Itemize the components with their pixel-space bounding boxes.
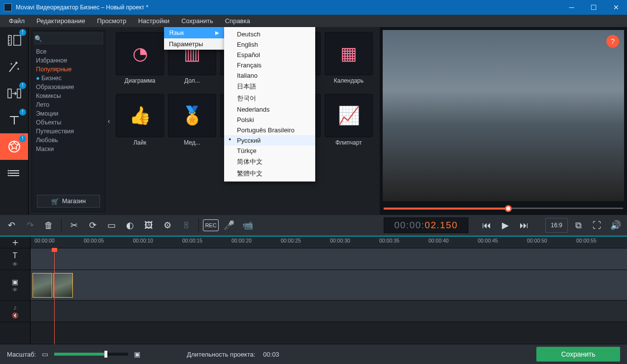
zoom-slider[interactable] (54, 353, 128, 356)
popout-button[interactable]: ⧉ (570, 217, 587, 234)
menu-settings[interactable]: Настройки (132, 16, 175, 26)
language-option[interactable]: Français (224, 60, 315, 70)
language-option[interactable]: Português Brasileiro (224, 125, 315, 135)
empty-lane[interactable] (31, 322, 627, 344)
category-item[interactable]: Эмоции (32, 109, 105, 118)
maximize-button[interactable]: ☐ (583, 0, 605, 15)
menu-view[interactable]: Просмотр (91, 16, 132, 26)
category-item[interactable]: Любовь (32, 136, 105, 145)
category-item[interactable]: Популярные (32, 65, 105, 74)
language-option[interactable]: Italiano (224, 70, 315, 81)
tool-stickers[interactable]: ! (0, 133, 28, 160)
camera-button[interactable]: 📹 (239, 217, 256, 234)
cut-button[interactable]: ✂ (66, 217, 82, 234)
color-button[interactable]: ◐ (122, 217, 138, 234)
redo-button[interactable]: ↷ (22, 217, 38, 234)
tool-transitions[interactable]: ! (0, 80, 28, 107)
language-option[interactable]: Polski (224, 115, 315, 125)
category-item[interactable]: Все (32, 47, 105, 56)
audio-track-lane[interactable] (31, 301, 627, 322)
eye-icon[interactable]: 👁 (12, 287, 18, 293)
minimize-button[interactable]: ─ (561, 0, 583, 15)
ruler[interactable]: 00:00:0000:00:0500:00:1000:00:1500:00:20… (31, 237, 627, 248)
clip[interactable] (53, 273, 73, 298)
category-item[interactable]: Избранное (32, 56, 105, 65)
ruler-tick: 00:00:45 (478, 238, 498, 243)
gallery-tile[interactable]: 🏅Мед... (167, 94, 217, 153)
dropdown-item-language[interactable]: Язык ▶ (164, 27, 224, 38)
rotate-button[interactable]: ⟳ (84, 217, 101, 234)
window-title: Movavi Видеоредактор Бизнес – Новый прое… (16, 4, 561, 11)
save-button[interactable]: Сохранить (536, 347, 620, 362)
crop-button[interactable]: ▭ (103, 217, 120, 234)
dropdown-item-parameters[interactable]: Параметры (164, 38, 224, 50)
zoom-in-icon[interactable]: ▣ (134, 350, 140, 358)
store-button[interactable]: 🛒 Магазин (37, 195, 100, 208)
equalizer-button[interactable]: 🎚 (178, 217, 195, 234)
aspect-button[interactable]: 16:9 (545, 218, 568, 233)
language-option[interactable]: 简体中文 (224, 156, 315, 168)
language-option[interactable]: Nederlands (224, 104, 315, 115)
text-track-lane[interactable] (31, 248, 627, 270)
gallery-tile[interactable]: 👍Лайк (115, 94, 165, 153)
play-button[interactable]: ▶ (497, 217, 514, 234)
gear-button[interactable]: ⚙ (159, 217, 176, 234)
category-item[interactable]: Лето (32, 100, 105, 109)
menu-help[interactable]: Справка (219, 16, 256, 26)
gallery-tile[interactable]: ▦Календарь (324, 32, 373, 91)
undo-button[interactable]: ↶ (3, 217, 20, 234)
ruler-tick: 00:00:55 (576, 238, 596, 243)
menu-file[interactable]: Файл (3, 16, 31, 26)
gallery-tile[interactable]: 📈Флипчарт (324, 94, 373, 153)
playhead[interactable] (54, 248, 55, 344)
prev-button[interactable]: ⏮ (478, 217, 495, 234)
record-button[interactable]: REC (203, 219, 219, 231)
tool-titles[interactable]: ! (0, 107, 28, 133)
collapse-button[interactable]: ‹ (105, 30, 112, 212)
mic-button[interactable]: 🎤 (221, 217, 237, 234)
mute-icon[interactable]: 🔇 (12, 312, 19, 319)
language-option[interactable]: 日本語 (224, 81, 315, 92)
delete-button[interactable]: 🗑 (40, 217, 57, 234)
clip[interactable] (33, 273, 52, 298)
eye-icon[interactable]: 👁 (12, 261, 18, 267)
fullscreen-button[interactable]: ⛶ (589, 217, 605, 234)
language-option[interactable]: Türkçe (224, 146, 315, 156)
language-option[interactable]: Deutsch (224, 29, 315, 39)
zoom-out-icon[interactable]: ▭ (42, 350, 48, 358)
category-item[interactable]: Образование (32, 83, 105, 91)
category-item[interactable]: Комиксы (32, 91, 105, 100)
help-button[interactable]: ? (606, 35, 619, 48)
preview-video[interactable]: ? (383, 30, 624, 201)
video-track-header[interactable]: ▣ 👁 (0, 270, 31, 300)
search-icon: 🔍 (34, 35, 42, 42)
next-button[interactable]: ⏭ (516, 217, 532, 234)
menu-save[interactable]: Сохранить (175, 16, 219, 26)
close-button[interactable]: ✕ (605, 0, 627, 15)
tool-more[interactable] (0, 160, 28, 186)
svg-point-14 (7, 173, 9, 174)
language-option[interactable]: Русский (224, 135, 315, 146)
language-option[interactable]: English (224, 39, 315, 50)
ruler-tick: 00:00:20 (231, 238, 252, 243)
language-option[interactable]: 繁體中文 (224, 168, 315, 180)
video-track-lane[interactable] (31, 270, 627, 300)
menu-edit[interactable]: Редактирование (31, 16, 91, 26)
audio-track-header[interactable]: ♪ 🔇 (0, 301, 31, 322)
image-button[interactable]: 🖼 (140, 217, 157, 234)
scrub-knob[interactable] (505, 205, 512, 212)
category-item[interactable]: Объекты (32, 118, 105, 127)
gallery-tile[interactable]: ◔Диаграмма (115, 32, 165, 91)
tool-import[interactable]: ! (0, 27, 28, 54)
language-option[interactable]: Español (224, 50, 315, 60)
category-search[interactable]: 🔍 ✕ (34, 32, 103, 44)
category-item[interactable]: Маски (32, 145, 105, 153)
tool-filters[interactable] (0, 54, 28, 80)
category-item[interactable]: Бизнес (32, 74, 105, 83)
category-item[interactable]: Путешествия (32, 127, 105, 136)
add-track-button[interactable]: ＋ (0, 237, 31, 248)
language-option[interactable]: 한국어 (224, 92, 315, 104)
scrub-bar[interactable] (380, 202, 627, 215)
volume-button[interactable]: 🔊 (607, 217, 624, 234)
text-track-header[interactable]: T 👁 (0, 248, 31, 270)
